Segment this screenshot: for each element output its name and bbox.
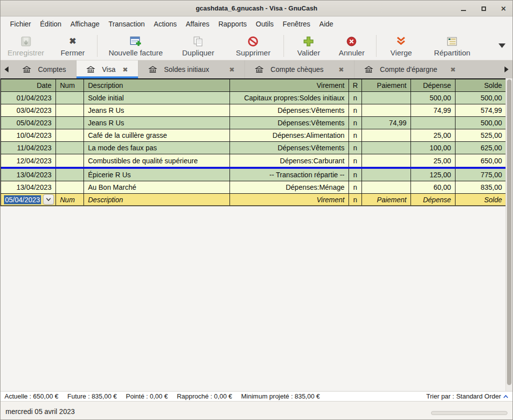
- menu-actions[interactable]: Actions: [150, 18, 182, 30]
- tab-soldes-initiaux[interactable]: Soldes initiaux ✖: [138, 60, 245, 78]
- cell-num[interactable]: [56, 154, 84, 167]
- new-invoice-button[interactable]: Nouvelle facture: [100, 33, 170, 59]
- virement-input[interactable]: Virement: [230, 194, 349, 205]
- solde-input[interactable]: Solde: [456, 194, 506, 205]
- enter-button[interactable]: Valider: [287, 33, 330, 59]
- cell-date[interactable]: 11/04/2023: [1, 142, 56, 154]
- cell-date[interactable]: 05/04/2023: [1, 117, 56, 129]
- cell-virement[interactable]: Dépenses:Vêtements: [230, 117, 349, 129]
- cell-solde[interactable]: 500,00: [456, 117, 506, 129]
- register-row[interactable]: 13/04/2023 Au Bon Marché Dépenses:Ménage…: [1, 181, 506, 194]
- tab-scroll-left-button[interactable]: [0, 60, 12, 78]
- cell-paiement[interactable]: [362, 92, 411, 104]
- cell-description[interactable]: Café de la cuillère grasse: [84, 129, 230, 141]
- depense-input[interactable]: Dépense: [411, 194, 456, 205]
- menu-affichage[interactable]: Affichage: [66, 18, 104, 30]
- cell-virement[interactable]: Dépenses:Vêtements: [230, 104, 349, 116]
- register-row[interactable]: 03/04/2023 Jeans R Us Dépenses:Vêtements…: [1, 104, 506, 117]
- cell-depense[interactable]: 74,99: [411, 104, 456, 116]
- sort-order-button[interactable]: Trier par : Standard Order: [426, 393, 508, 400]
- cell-depense[interactable]: [411, 117, 456, 129]
- menu-transaction[interactable]: Transaction: [104, 18, 150, 30]
- register-row[interactable]: 05/04/2023 Jeans R Us Dépenses:Vêtements…: [1, 117, 506, 129]
- register-edit-row[interactable]: 05/04/2023 Num Description Virement n Pa…: [1, 194, 506, 206]
- tab-close-icon[interactable]: ✖: [122, 66, 128, 73]
- cell-description[interactable]: Au Bon Marché: [84, 181, 230, 193]
- date-dropdown-button[interactable]: [43, 194, 54, 205]
- date-input[interactable]: 05/04/2023: [4, 195, 41, 204]
- register-row[interactable]: 11/04/2023 La mode des faux pas Dépenses…: [1, 142, 506, 154]
- cell-date[interactable]: 03/04/2023: [1, 104, 56, 116]
- tab-close-icon[interactable]: ✖: [229, 66, 234, 73]
- cell-num[interactable]: [56, 129, 84, 141]
- cell-description[interactable]: Jeans R Us: [84, 117, 230, 129]
- cell-depense[interactable]: 60,00: [411, 181, 456, 193]
- reconcile-input[interactable]: n: [349, 194, 362, 205]
- cell-solde[interactable]: 525,00: [456, 129, 506, 141]
- vertical-scrollbar[interactable]: [506, 78, 512, 391]
- cell-paiement[interactable]: [362, 129, 411, 141]
- save-button[interactable]: Enregistrer: [0, 33, 51, 59]
- split-button[interactable]: Répartition: [422, 33, 482, 59]
- column-header-date[interactable]: Date: [1, 79, 56, 91]
- close-tab-button[interactable]: ✖ Fermer: [51, 33, 94, 59]
- menu-edition[interactable]: Édition: [36, 18, 66, 30]
- cell-num[interactable]: [56, 142, 84, 154]
- cell-num[interactable]: [56, 169, 84, 181]
- cell-num[interactable]: [56, 117, 84, 129]
- blank-transaction-button[interactable]: Vierge: [380, 33, 422, 59]
- cell-virement[interactable]: Dépenses:Ménage: [230, 181, 349, 193]
- menu-rapports[interactable]: Rapports: [214, 18, 252, 30]
- cell-description[interactable]: Combustibles de qualité supérieure: [84, 154, 230, 167]
- menu-fenetres[interactable]: Fenêtres: [278, 18, 314, 30]
- column-header-depense[interactable]: Dépense: [411, 79, 456, 91]
- cell-description[interactable]: Épicerie R Us: [84, 169, 230, 181]
- tab-compte-cheques[interactable]: Compte chèques ✖: [245, 60, 354, 78]
- cell-description[interactable]: La mode des faux pas: [84, 142, 230, 154]
- cell-description[interactable]: Jeans R Us: [84, 104, 230, 116]
- cell-virement[interactable]: Dépenses:Carburant: [230, 154, 349, 167]
- register-row[interactable]: 01/04/2023 Solde initial Capitaux propre…: [1, 92, 506, 104]
- cell-virement[interactable]: Capitaux propres:Soldes initiaux: [230, 92, 349, 104]
- menu-affaires[interactable]: Affaires: [182, 18, 214, 30]
- cell-reconcile[interactable]: n: [349, 117, 362, 129]
- menu-fichier[interactable]: Fichier: [6, 18, 36, 30]
- cell-reconcile[interactable]: n: [349, 142, 362, 154]
- duplicate-button[interactable]: Dupliquer: [170, 33, 226, 59]
- tab-visa[interactable]: Visa ✖: [76, 60, 138, 78]
- cancel-button[interactable]: Annuler: [330, 33, 373, 59]
- cell-depense[interactable]: 500,00: [411, 92, 456, 104]
- cell-reconcile[interactable]: n: [349, 104, 362, 116]
- column-header-virement[interactable]: Virement: [230, 79, 349, 91]
- tab-close-icon[interactable]: ✖: [450, 66, 456, 73]
- cell-reconcile[interactable]: n: [349, 181, 362, 193]
- cell-num[interactable]: [56, 181, 84, 193]
- cell-virement[interactable]: Dépenses:Alimentation: [230, 129, 349, 141]
- menu-aide[interactable]: Aide: [315, 18, 338, 30]
- cell-paiement[interactable]: [362, 181, 411, 193]
- cell-depense[interactable]: 25,00: [411, 154, 456, 167]
- cell-num[interactable]: [56, 104, 84, 116]
- column-header-num[interactable]: Num: [56, 79, 84, 91]
- column-header-description[interactable]: Description: [84, 79, 230, 91]
- tab-comptes[interactable]: Comptes: [12, 60, 76, 78]
- column-header-paiement[interactable]: Paiement: [362, 79, 411, 91]
- cell-solde[interactable]: 500,00: [456, 92, 506, 104]
- cell-paiement[interactable]: [362, 169, 411, 181]
- cell-paiement[interactable]: [362, 154, 411, 167]
- description-input[interactable]: Description: [84, 194, 230, 205]
- menu-outils[interactable]: Outils: [252, 18, 278, 30]
- cell-solde[interactable]: 625,00: [456, 142, 506, 154]
- cell-date[interactable]: 12/04/2023: [1, 154, 56, 167]
- tab-scroll-right-button[interactable]: [500, 60, 512, 78]
- register-row[interactable]: 10/04/2023 Café de la cuillère grasse Dé…: [1, 129, 506, 142]
- minimize-button[interactable]: [460, 4, 468, 12]
- tab-compte-epargne[interactable]: Compte d'épargne ✖: [354, 60, 466, 78]
- register-row[interactable]: 12/04/2023 Combustibles de qualité supér…: [1, 154, 506, 167]
- cell-depense[interactable]: 125,00: [411, 169, 456, 181]
- cell-reconcile[interactable]: n: [349, 129, 362, 141]
- cell-paiement[interactable]: 74,99: [362, 117, 411, 129]
- cell-date[interactable]: 10/04/2023: [1, 129, 56, 141]
- cell-reconcile[interactable]: n: [349, 154, 362, 167]
- cell-depense[interactable]: 100,00: [411, 142, 456, 154]
